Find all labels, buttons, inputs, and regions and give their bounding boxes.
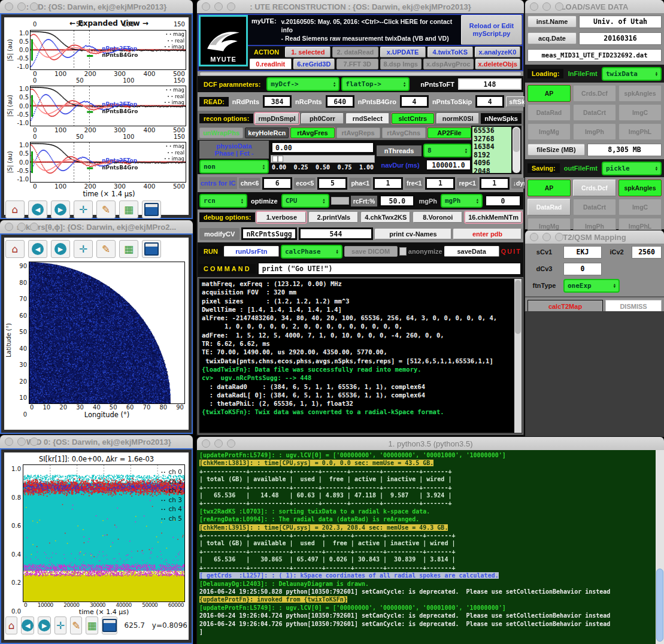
home-icon[interactable]: ⌂	[5, 240, 25, 258]
debug-button[interactable]: 8.Voronoi	[413, 212, 462, 223]
back-icon[interactable]: ◀	[28, 201, 47, 218]
recon-option-button[interactable]: rtAvgFres	[290, 127, 334, 138]
icv2-field[interactable]: 2560	[632, 246, 662, 259]
pan-icon[interactable]: ✛	[74, 201, 93, 218]
back-icon[interactable]: ◀	[28, 240, 47, 258]
pan-icon[interactable]: ✛	[74, 240, 93, 258]
saving-grid-button[interactable]: DataRad	[527, 199, 571, 215]
configure-subplots-icon[interactable]: ▦	[86, 616, 98, 634]
listbox-item[interactable]: 32768	[474, 135, 510, 144]
zoom-button[interactable]	[30, 438, 38, 446]
mgph-dropdown[interactable]: mgPh▲▼	[441, 194, 483, 208]
recon-option-button[interactable]: rtAvgChns	[382, 127, 426, 138]
save-dicom-button[interactable]: save DICOM	[344, 246, 398, 257]
listbox-item[interactable]: 16384	[474, 143, 510, 151]
debug-button[interactable]: 2.printVals	[309, 212, 358, 223]
action-button[interactable]: 2. dataRead	[332, 47, 378, 57]
debug-button[interactable]: 1.verbose	[257, 212, 306, 223]
save-figure-icon[interactable]	[142, 201, 161, 218]
close-button[interactable]	[5, 223, 13, 231]
filename-field[interactable]: meas_MID31_UTE_FID232692.dat	[527, 49, 662, 62]
minimize-button[interactable]	[17, 2, 26, 11]
acqdate-field[interactable]: 20160316	[579, 32, 662, 45]
loading-grid-button[interactable]: Crds.Dcf	[573, 85, 616, 102]
console-scrollbar[interactable]	[514, 279, 522, 433]
slider-handle[interactable]	[272, 156, 278, 162]
save-figure-icon[interactable]	[102, 616, 117, 634]
saving-grid-button[interactable]: AP	[527, 180, 571, 196]
saving-grid-button[interactable]: Crds.Dcf	[573, 180, 616, 196]
terminal-output[interactable]: [updateProtFn:L5749]: : ugv.lCV[0] = ['0…	[197, 450, 664, 644]
action-button[interactable]: x.analyzeK0	[475, 47, 520, 57]
close-button[interactable]	[5, 438, 13, 446]
calcphase-dropdown[interactable]: calcPhase▲▼	[281, 245, 342, 259]
listbox-item[interactable]: 8192	[474, 151, 510, 160]
edit-axes-icon[interactable]: ✎	[70, 616, 82, 634]
modifycv-value-field[interactable]: 544	[299, 227, 373, 240]
ute-console[interactable]: mathFreq, exFreq : (123.12, 0.00) MHzacq…	[198, 278, 523, 434]
zoom-button[interactable]	[30, 223, 38, 231]
cntr-field[interactable]: 1	[373, 177, 403, 190]
rcn-slider[interactable]	[331, 197, 349, 205]
spkdirs-plot-area[interactable]	[29, 262, 185, 404]
close-button[interactable]	[530, 233, 538, 241]
dcf-dropdown[interactable]: myDcf->▲▼	[266, 77, 339, 91]
listbox-item[interactable]: 4096	[474, 159, 510, 168]
minimize-button[interactable]	[214, 439, 223, 448]
runusrftn-button[interactable]: runUsrFtn	[224, 246, 279, 257]
navdur-field[interactable]: 100001.0	[426, 159, 471, 171]
saving-grid-button[interactable]: ImgC	[618, 199, 662, 215]
modifycv-name-field[interactable]: nRcPntsSugg	[241, 227, 297, 240]
zoom-button[interactable]	[555, 233, 563, 241]
edit-axes-icon[interactable]: ✎	[96, 240, 116, 258]
reload-myscript-button[interactable]: Reload or Edit myScript.py	[461, 15, 522, 45]
close-button[interactable]	[530, 2, 538, 11]
close-button[interactable]	[202, 2, 210, 11]
forward-icon[interactable]: ▶	[38, 616, 51, 634]
loading-grid-button[interactable]: DataCrt	[573, 104, 616, 121]
loading-grid-button[interactable]: ImgC	[618, 104, 662, 121]
listbox-item[interactable]: 65536	[474, 127, 510, 135]
ftntype-dropdown[interactable]: oneExp▲▼	[563, 279, 620, 293]
fid-plot-area-3[interactable]: nPnts2FTop nPntsB4Gro · ·mag· ·real· ·im…	[30, 142, 186, 183]
action-button[interactable]: x.UPDATE	[380, 47, 426, 57]
recon-option-button[interactable]: AP2File	[427, 127, 471, 138]
loading-grid-button[interactable]: ImgMg	[527, 123, 571, 140]
listbox-item[interactable]: 2048	[474, 168, 510, 174]
rcfrt-field[interactable]: 50.0	[379, 195, 415, 207]
command-input[interactable]: print ("Go UTE!")	[257, 262, 522, 275]
home-icon[interactable]: ⌂	[5, 201, 25, 218]
nnewspks-listbox[interactable]: 655363276816384819240962048	[471, 126, 522, 174]
mgph-field[interactable]: 0	[484, 195, 522, 207]
zoom-button[interactable]	[227, 439, 235, 448]
rcn-dropdown[interactable]: rcn▲▼	[199, 194, 247, 208]
cntr-field[interactable]: 5	[317, 177, 347, 190]
recon-option-button[interactable]: ph0Corr	[301, 113, 344, 124]
back-icon[interactable]: ◀	[21, 616, 34, 634]
loading-grid-button[interactable]: spkAngles	[618, 85, 662, 102]
action-button[interactable]: 1. selected	[285, 47, 331, 57]
loading-grid-button[interactable]: AP	[527, 85, 571, 102]
physio-value-field[interactable]: 0.00	[271, 141, 375, 154]
recon-option-button[interactable]: normK0SI	[436, 113, 479, 124]
physio-slider[interactable]	[271, 155, 375, 163]
flattop-dropdown[interactable]: flatTop->▲▼	[341, 77, 410, 91]
debug-button[interactable]: 16.chkMemNTm	[465, 212, 522, 223]
close-button[interactable]	[202, 439, 210, 448]
zoom-button[interactable]	[227, 2, 235, 11]
anonymize-checkbox[interactable]	[399, 247, 407, 256]
recon-option-button[interactable]: rtAvgReps	[336, 127, 380, 138]
scrollbar-thumb[interactable]	[656, 569, 663, 642]
wid0-plot-area[interactable]: ··ch 0··ch 1··ch 2··ch 3··ch 4··ch 5	[23, 464, 185, 602]
slider-handle[interactable]	[278, 156, 283, 162]
scv1-field[interactable]: EKJ	[563, 246, 602, 259]
minimize-button[interactable]	[542, 233, 551, 241]
cntr-field[interactable]: 1	[480, 177, 510, 190]
fid-plot-area-2[interactable]: nPnts2FTop nPntsB4Gro · ·mag· ·real· ·im…	[30, 86, 186, 126]
recon-option-button[interactable]: slctCntrs	[392, 113, 434, 124]
recon-option-button[interactable]: keyHoleRcn	[245, 127, 289, 138]
minimize-button[interactable]	[17, 223, 26, 231]
zoom-button[interactable]	[30, 2, 38, 11]
outfilefmt-dropdown[interactable]: pickle▲▼	[602, 162, 662, 175]
fid-plot-area-1[interactable]: nPnts2FTop nPntsB4Gro · ·mag· ·real· ·im…	[30, 30, 186, 70]
